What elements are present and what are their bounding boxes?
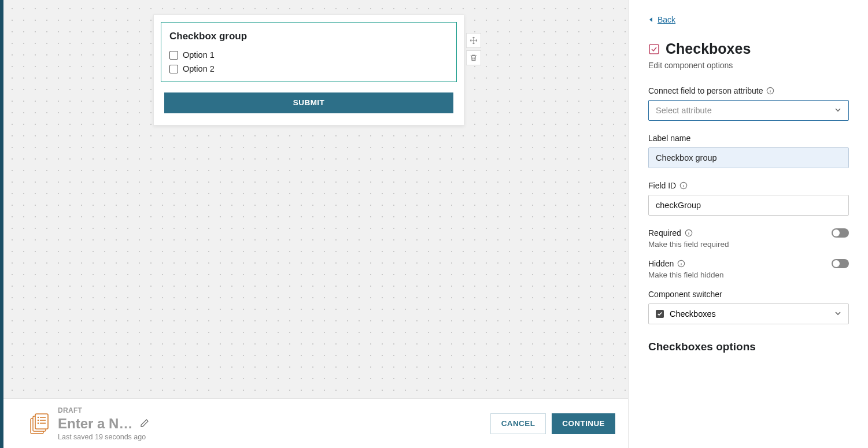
checkbox-group-component[interactable]: Checkbox group Option 1 Option 2: [161, 22, 457, 82]
labelname-label: Label name: [648, 134, 690, 143]
panel-subtitle: Edit component options: [648, 61, 849, 70]
svg-rect-4: [40, 417, 46, 418]
pencil-icon: [140, 419, 149, 428]
option-label: Option 1: [183, 50, 215, 60]
select-placeholder: Select attribute: [656, 106, 712, 115]
form-card[interactable]: Checkbox group Option 1 Option 2 SUBMIT: [153, 14, 464, 125]
last-saved-text: Last saved 19 seconds ago: [58, 433, 150, 441]
info-icon[interactable]: [766, 87, 774, 95]
back-link[interactable]: Back: [648, 15, 849, 24]
svg-rect-2: [35, 414, 48, 429]
fieldid-label: Field ID: [648, 181, 849, 190]
hidden-toggle[interactable]: [832, 259, 849, 268]
form-canvas[interactable]: Checkbox group Option 1 Option 2 SUBMIT: [3, 0, 628, 398]
info-icon[interactable]: [679, 182, 688, 190]
required-desc: Make this field required: [648, 240, 849, 249]
properties-panel: Back Checkboxes Edit component options C…: [628, 0, 868, 448]
hidden-label: Hidden: [648, 259, 685, 268]
svg-rect-9: [649, 45, 659, 54]
chevron-down-icon: [834, 309, 841, 319]
info-icon[interactable]: [677, 260, 685, 268]
component-switcher-select[interactable]: Checkboxes: [648, 303, 849, 324]
back-label: Back: [658, 15, 675, 24]
trash-icon: [470, 54, 478, 62]
edit-name-button[interactable]: [140, 419, 150, 429]
move-icon: [470, 36, 478, 45]
checkbox-icon[interactable]: [169, 51, 178, 60]
chevron-down-icon: [834, 106, 841, 115]
svg-rect-6: [40, 420, 46, 421]
option-label: Option 2: [183, 64, 215, 73]
component-title: Checkbox group: [169, 31, 448, 42]
footer-bar: DRAFT Enter a Name Last saved 19 seconds…: [3, 398, 628, 448]
delete-button[interactable]: [466, 50, 481, 65]
form-name-input[interactable]: Enter a Name: [58, 416, 133, 432]
checkbox-option[interactable]: Option 2: [169, 62, 448, 76]
continue-button[interactable]: CONTINUE: [552, 413, 615, 434]
checkbox-icon[interactable]: [169, 65, 178, 73]
panel-title: Checkboxes: [666, 40, 751, 57]
info-icon[interactable]: [685, 229, 693, 237]
checkbox-component-icon: [648, 43, 660, 55]
cancel-button[interactable]: CANCEL: [490, 413, 546, 434]
svg-rect-8: [40, 423, 46, 424]
checkbox-option[interactable]: Option 1: [169, 48, 448, 62]
form-stack-icon: [29, 413, 50, 434]
checkbox-filled-icon: [656, 310, 664, 318]
labelname-input[interactable]: [648, 147, 849, 168]
svg-point-5: [38, 419, 39, 421]
svg-point-3: [38, 416, 39, 418]
checkbox-options-heading: Checkboxes options: [648, 340, 849, 353]
connect-attr-select[interactable]: Select attribute: [648, 100, 849, 121]
move-handle[interactable]: [466, 33, 481, 48]
connect-attr-label: Connect field to person attribute: [648, 86, 849, 95]
switcher-value: Checkboxes: [670, 309, 716, 319]
fieldid-input[interactable]: [648, 195, 849, 216]
draft-status: DRAFT: [58, 406, 150, 414]
required-label: Required: [648, 228, 693, 238]
caret-left-icon: [648, 17, 654, 23]
svg-point-7: [38, 422, 39, 424]
hidden-desc: Make this field hidden: [648, 271, 849, 279]
switcher-label: Component switcher: [648, 290, 722, 299]
required-toggle[interactable]: [832, 228, 849, 238]
submit-button[interactable]: SUBMIT: [164, 92, 453, 113]
